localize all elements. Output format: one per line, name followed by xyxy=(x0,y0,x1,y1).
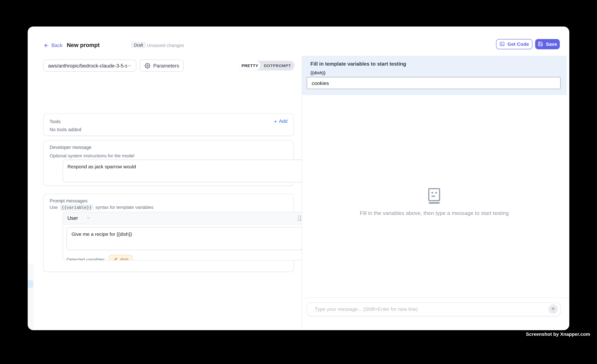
stage: Back New prompt Draft Unsaved changes Ge… xyxy=(0,0,597,364)
test-pane: Fill in template variables to start test… xyxy=(302,56,569,330)
back-label: Back xyxy=(51,43,63,48)
gear-icon xyxy=(144,63,150,68)
get-code-button[interactable]: Get Code xyxy=(496,39,533,49)
developer-message-card: Developer message Optional system instru… xyxy=(43,140,294,186)
save-button[interactable]: Save xyxy=(535,39,560,49)
toggle-pretty[interactable]: PRETTY xyxy=(239,61,260,71)
parameters-label: Parameters xyxy=(153,63,179,68)
chat-input-divider xyxy=(302,298,569,298)
tools-card: Tools + Add No tools added xyxy=(43,114,294,136)
plus-icon: + xyxy=(274,119,277,124)
developer-message-title: Developer message xyxy=(50,145,91,150)
detected-variables-row: Detected variables: dish xyxy=(67,255,133,261)
prompt-messages-card: Prompt messages Use {{variable}} syntax … xyxy=(43,194,294,272)
variable-key-label: {{dish}} xyxy=(310,71,325,75)
template-variables-panel: Fill in template variables to start test… xyxy=(302,56,567,95)
empty-state-text: Fill in the variables above, then type a… xyxy=(360,210,509,216)
app-window: Back New prompt Draft Unsaved changes Ge… xyxy=(28,27,569,330)
drag-handle[interactable] xyxy=(298,216,301,220)
header: Back New prompt Draft Unsaved changes Ge… xyxy=(28,27,569,56)
robot-face-icon xyxy=(427,187,442,204)
save-label: Save xyxy=(546,41,557,47)
syntax-hint: Use {{variable}} syntax for template var… xyxy=(50,204,153,211)
variable-chip-dish[interactable]: dish xyxy=(109,255,133,261)
chevron-down-icon xyxy=(86,216,91,220)
toggle-dotprompt[interactable]: DOTPROMPT xyxy=(260,61,294,71)
status-badge: Draft xyxy=(131,42,146,48)
send-button[interactable] xyxy=(549,304,558,314)
chat-message-input[interactable]: Type your message... (Shift+Enter for ne… xyxy=(307,303,561,316)
chat-empty-state: Fill in the variables above, then type a… xyxy=(302,95,567,327)
chevron-down-icon xyxy=(127,63,132,68)
role-select-value: User xyxy=(67,215,78,221)
detected-variables-label: Detected variables: xyxy=(67,257,106,260)
message-header: User xyxy=(63,212,306,224)
add-tool-button[interactable]: + Add xyxy=(274,119,288,124)
arrow-left-icon xyxy=(44,43,49,48)
watermark: Screenshot by Xnapper.com xyxy=(526,332,590,337)
arrow-up-icon xyxy=(551,307,556,312)
developer-message-subtitle: Optional system instructions for the mod… xyxy=(50,153,134,159)
variable-chip-label: dish xyxy=(120,257,128,260)
tools-title: Tools xyxy=(50,119,61,124)
prompt-messages-title: Prompt messages xyxy=(50,198,87,204)
variable-value-input[interactable] xyxy=(307,77,561,89)
variables-panel-title: Fill in template variables to start test… xyxy=(310,61,406,67)
back-button[interactable]: Back xyxy=(44,42,63,49)
model-select[interactable]: aws/anthropic/bedrock-claude-3-5-s... xyxy=(43,59,136,72)
add-tool-label: Add xyxy=(279,119,288,124)
syntax-suffix: syntax for template variables xyxy=(95,205,153,210)
unsaved-changes-note: Unsaved changes xyxy=(147,43,184,48)
role-select[interactable]: User xyxy=(67,215,91,221)
view-mode-toggle: PRETTY DOTPROMPT xyxy=(239,61,294,71)
save-icon xyxy=(538,41,543,47)
message-item: User Give me a recipe for {{dish}} Detec… xyxy=(63,212,306,260)
sidebar-active-item[interactable] xyxy=(28,280,33,288)
variable-syntax-chip: {{variable}} xyxy=(60,204,94,211)
get-code-label: Get Code xyxy=(507,41,529,47)
chat-input-placeholder: Type your message... (Shift+Enter for ne… xyxy=(315,306,549,312)
model-select-value: aws/anthropic/bedrock-claude-3-5-s... xyxy=(48,63,127,68)
developer-message-textarea[interactable]: Respond as jack sparrow would xyxy=(63,160,306,182)
edit-pencil-icon xyxy=(113,257,118,261)
tools-empty-text: No tools added xyxy=(50,127,81,132)
prompt-editor-pane: aws/anthropic/bedrock-claude-3-5-s... Pa… xyxy=(28,56,302,330)
sidebar-sliver xyxy=(28,264,33,330)
terminal-icon xyxy=(499,41,505,47)
page-title: New prompt xyxy=(67,42,100,48)
parameters-button[interactable]: Parameters xyxy=(140,59,184,72)
syntax-prefix: Use xyxy=(50,205,58,210)
message-textarea[interactable]: Give me a recipe for {{dish}} xyxy=(67,227,303,250)
